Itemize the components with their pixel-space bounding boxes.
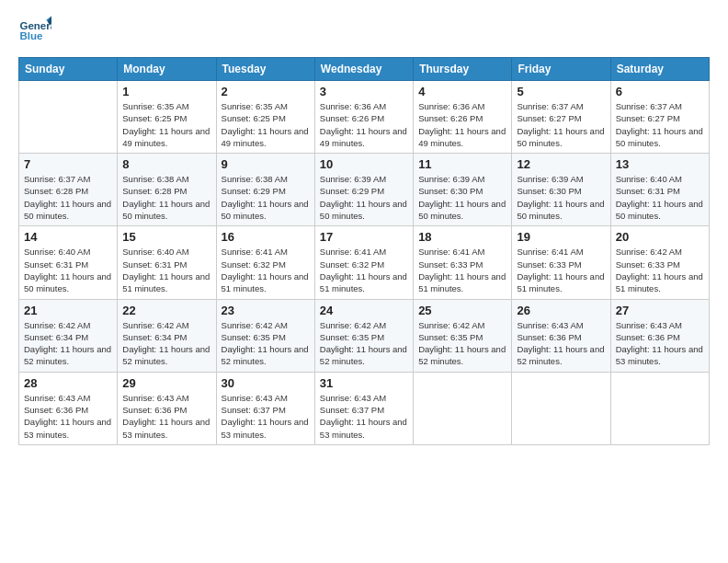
- calendar-cell: 21Sunrise: 6:42 AMSunset: 6:34 PMDayligh…: [19, 299, 118, 372]
- calendar-cell: 2Sunrise: 6:35 AMSunset: 6:25 PMDaylight…: [216, 81, 314, 154]
- day-number: 15: [122, 230, 210, 244]
- day-number: 7: [24, 157, 112, 171]
- day-info: Sunrise: 6:42 AMSunset: 6:34 PMDaylight:…: [24, 319, 112, 368]
- day-info: Sunrise: 6:39 AMSunset: 6:30 PMDaylight:…: [517, 173, 605, 222]
- day-number: 20: [616, 230, 704, 244]
- calendar-cell: 3Sunrise: 6:36 AMSunset: 6:26 PMDaylight…: [314, 81, 413, 154]
- day-info: Sunrise: 6:40 AMSunset: 6:31 PMDaylight:…: [122, 246, 210, 294]
- day-info: Sunrise: 6:42 AMSunset: 6:35 PMDaylight:…: [320, 319, 408, 368]
- day-info: Sunrise: 6:43 AMSunset: 6:36 PMDaylight:…: [616, 319, 704, 368]
- calendar-cell: 7Sunrise: 6:37 AMSunset: 6:28 PMDaylight…: [19, 154, 118, 226]
- day-info: Sunrise: 6:42 AMSunset: 6:35 PMDaylight:…: [418, 319, 506, 368]
- day-number: 23: [222, 304, 310, 317]
- calendar-cell: [512, 372, 610, 444]
- day-number: 2: [222, 85, 310, 98]
- day-number: 17: [320, 230, 408, 244]
- calendar-cell: 31Sunrise: 6:43 AMSunset: 6:37 PMDayligh…: [314, 372, 413, 444]
- day-number: 22: [122, 304, 210, 317]
- weekday-header: Monday: [118, 58, 216, 81]
- calendar-cell: 22Sunrise: 6:42 AMSunset: 6:34 PMDayligh…: [118, 299, 216, 372]
- calendar-cell: 13Sunrise: 6:40 AMSunset: 6:31 PMDayligh…: [610, 154, 709, 226]
- day-number: 28: [24, 376, 112, 390]
- weekday-header: Friday: [512, 58, 610, 81]
- day-number: 29: [122, 376, 210, 390]
- calendar-cell: 6Sunrise: 6:37 AMSunset: 6:27 PMDaylight…: [610, 81, 709, 154]
- calendar-cell: 28Sunrise: 6:43 AMSunset: 6:36 PMDayligh…: [19, 372, 118, 444]
- calendar-cell: 15Sunrise: 6:40 AMSunset: 6:31 PMDayligh…: [118, 226, 216, 299]
- calendar-cell: 29Sunrise: 6:43 AMSunset: 6:36 PMDayligh…: [118, 372, 216, 444]
- calendar-cell: [610, 372, 709, 444]
- day-number: 1: [122, 85, 210, 98]
- calendar-cell: 25Sunrise: 6:42 AMSunset: 6:35 PMDayligh…: [414, 299, 512, 372]
- calendar-cell: 24Sunrise: 6:42 AMSunset: 6:35 PMDayligh…: [314, 299, 413, 372]
- calendar-cell: 12Sunrise: 6:39 AMSunset: 6:30 PMDayligh…: [512, 154, 610, 226]
- day-number: 6: [616, 85, 704, 98]
- day-info: Sunrise: 6:38 AMSunset: 6:28 PMDaylight:…: [122, 173, 210, 222]
- calendar-cell: 23Sunrise: 6:42 AMSunset: 6:35 PMDayligh…: [216, 299, 314, 372]
- day-info: Sunrise: 6:43 AMSunset: 6:36 PMDaylight:…: [24, 392, 112, 441]
- day-number: 19: [517, 230, 605, 244]
- day-info: Sunrise: 6:43 AMSunset: 6:36 PMDaylight:…: [122, 392, 210, 441]
- day-number: 5: [517, 85, 605, 98]
- day-info: Sunrise: 6:43 AMSunset: 6:36 PMDaylight:…: [517, 319, 605, 368]
- day-info: Sunrise: 6:37 AMSunset: 6:28 PMDaylight:…: [24, 173, 112, 222]
- day-info: Sunrise: 6:39 AMSunset: 6:29 PMDaylight:…: [320, 173, 408, 222]
- day-info: Sunrise: 6:40 AMSunset: 6:31 PMDaylight:…: [24, 246, 112, 294]
- calendar-week-row: 1Sunrise: 6:35 AMSunset: 6:25 PMDaylight…: [19, 81, 710, 154]
- day-info: Sunrise: 6:37 AMSunset: 6:27 PMDaylight:…: [517, 100, 605, 149]
- day-number: 30: [222, 376, 310, 390]
- day-info: Sunrise: 6:43 AMSunset: 6:37 PMDaylight:…: [222, 392, 310, 441]
- page: General Blue SundayMondayTuesdayWednesda…: [0, 0, 728, 563]
- calendar-cell: 14Sunrise: 6:40 AMSunset: 6:31 PMDayligh…: [19, 226, 118, 299]
- day-info: Sunrise: 6:41 AMSunset: 6:32 PMDaylight:…: [320, 246, 408, 294]
- day-info: Sunrise: 6:39 AMSunset: 6:30 PMDaylight:…: [418, 173, 506, 222]
- day-number: 24: [320, 304, 408, 317]
- day-info: Sunrise: 6:37 AMSunset: 6:27 PMDaylight:…: [616, 100, 704, 149]
- weekday-header: Tuesday: [216, 58, 314, 81]
- svg-text:Blue: Blue: [19, 30, 43, 41]
- day-info: Sunrise: 6:42 AMSunset: 6:33 PMDaylight:…: [616, 246, 704, 294]
- day-number: 26: [517, 304, 605, 317]
- day-number: 3: [320, 85, 408, 98]
- day-info: Sunrise: 6:42 AMSunset: 6:34 PMDaylight:…: [122, 319, 210, 368]
- calendar-cell: [414, 372, 512, 444]
- day-info: Sunrise: 6:41 AMSunset: 6:33 PMDaylight:…: [418, 246, 506, 294]
- calendar-week-row: 7Sunrise: 6:37 AMSunset: 6:28 PMDaylight…: [19, 154, 710, 226]
- day-number: 13: [616, 157, 704, 171]
- weekday-header: Saturday: [610, 58, 709, 81]
- calendar-week-row: 21Sunrise: 6:42 AMSunset: 6:34 PMDayligh…: [19, 299, 710, 372]
- day-number: 18: [418, 230, 506, 244]
- day-number: 9: [222, 157, 310, 171]
- svg-text:General: General: [19, 20, 51, 31]
- day-number: 10: [320, 157, 408, 171]
- day-info: Sunrise: 6:36 AMSunset: 6:26 PMDaylight:…: [320, 100, 408, 149]
- calendar-cell: 18Sunrise: 6:41 AMSunset: 6:33 PMDayligh…: [414, 226, 512, 299]
- calendar-cell: 10Sunrise: 6:39 AMSunset: 6:29 PMDayligh…: [314, 154, 413, 226]
- day-info: Sunrise: 6:41 AMSunset: 6:33 PMDaylight:…: [517, 246, 605, 294]
- day-info: Sunrise: 6:40 AMSunset: 6:31 PMDaylight:…: [616, 173, 704, 222]
- calendar-cell: 9Sunrise: 6:38 AMSunset: 6:29 PMDaylight…: [216, 154, 314, 226]
- day-number: 27: [616, 304, 704, 317]
- day-number: 14: [24, 230, 112, 244]
- day-number: 21: [24, 304, 112, 317]
- day-number: 4: [418, 85, 506, 98]
- calendar-cell: 20Sunrise: 6:42 AMSunset: 6:33 PMDayligh…: [610, 226, 709, 299]
- day-info: Sunrise: 6:41 AMSunset: 6:32 PMDaylight:…: [222, 246, 310, 294]
- day-info: Sunrise: 6:43 AMSunset: 6:37 PMDaylight:…: [320, 392, 408, 441]
- calendar-week-row: 14Sunrise: 6:40 AMSunset: 6:31 PMDayligh…: [19, 226, 710, 299]
- day-number: 8: [122, 157, 210, 171]
- weekday-header: Wednesday: [314, 58, 413, 81]
- day-number: 25: [418, 304, 506, 317]
- day-info: Sunrise: 6:36 AMSunset: 6:26 PMDaylight:…: [418, 100, 506, 149]
- day-info: Sunrise: 6:35 AMSunset: 6:25 PMDaylight:…: [122, 100, 210, 149]
- calendar-cell: 1Sunrise: 6:35 AMSunset: 6:25 PMDaylight…: [118, 81, 216, 154]
- calendar-cell: 5Sunrise: 6:37 AMSunset: 6:27 PMDaylight…: [512, 81, 610, 154]
- calendar-cell: 26Sunrise: 6:43 AMSunset: 6:36 PMDayligh…: [512, 299, 610, 372]
- day-number: 12: [517, 157, 605, 171]
- day-number: 31: [320, 376, 408, 390]
- day-info: Sunrise: 6:42 AMSunset: 6:35 PMDaylight:…: [222, 319, 310, 368]
- calendar: SundayMondayTuesdayWednesdayThursdayFrid…: [18, 57, 710, 445]
- calendar-header-row: SundayMondayTuesdayWednesdayThursdayFrid…: [19, 58, 710, 81]
- calendar-cell: 11Sunrise: 6:39 AMSunset: 6:30 PMDayligh…: [414, 154, 512, 226]
- calendar-cell: 27Sunrise: 6:43 AMSunset: 6:36 PMDayligh…: [610, 299, 709, 372]
